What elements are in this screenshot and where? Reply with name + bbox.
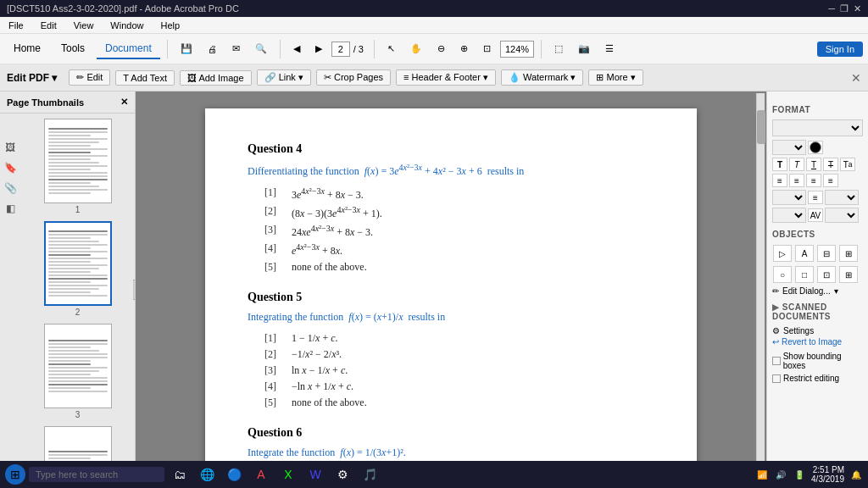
save-btn[interactable]: 💾: [175, 41, 198, 57]
revert-row[interactable]: ↩ Revert to Image: [772, 337, 863, 347]
add-text-btn[interactable]: T Add Text: [115, 70, 175, 86]
obj-arrange-btn[interactable]: ▷: [773, 245, 792, 262]
edit-toolbar-close-btn[interactable]: ✕: [851, 71, 861, 85]
sidebar-thumb-icon[interactable]: 🖼: [2, 139, 19, 156]
menu-window[interactable]: Window: [107, 19, 147, 32]
edit-tool-btn[interactable]: ✏ Edit: [69, 69, 110, 86]
font-family-select[interactable]: [772, 119, 863, 136]
obj-clip-btn[interactable]: ⊡: [817, 266, 836, 283]
bold-btn[interactable]: T: [772, 158, 787, 171]
strikethrough-btn[interactable]: T: [823, 158, 838, 171]
bounding-checkbox[interactable]: [772, 357, 781, 365]
font-size-select[interactable]: [772, 140, 806, 155]
task-chrome-btn[interactable]: 🌐: [195, 463, 219, 486]
link-btn[interactable]: 🔗 Link ▾: [257, 69, 311, 86]
task-excel-btn[interactable]: X: [276, 463, 300, 486]
obj-more-btn[interactable]: ⊞: [839, 245, 858, 262]
obj-text-btn[interactable]: A: [795, 245, 814, 262]
menu-edit[interactable]: Edit: [37, 19, 60, 32]
align-center-btn[interactable]: ≡: [789, 174, 804, 187]
task-media-btn[interactable]: 🎵: [358, 463, 381, 486]
network-icon[interactable]: 📶: [755, 468, 769, 481]
email-btn[interactable]: ✉: [226, 41, 246, 57]
sidebar-layer-icon[interactable]: ◧: [2, 200, 19, 217]
scrollbar-thumb[interactable]: [757, 110, 765, 144]
prev-btn[interactable]: ◀: [287, 41, 306, 57]
add-image-btn[interactable]: 🖼 Add Image: [180, 70, 252, 86]
zoom-in-btn[interactable]: ⊕: [454, 41, 474, 57]
thumb-page-2[interactable]: 2: [24, 221, 131, 317]
restrict-label[interactable]: Restrict editing: [772, 374, 863, 383]
next-btn[interactable]: ▶: [309, 41, 328, 57]
task-word-btn[interactable]: W: [303, 463, 327, 486]
underline-btn[interactable]: T: [806, 158, 821, 171]
menu-view[interactable]: View: [70, 19, 97, 32]
sidebar-close-btn[interactable]: ✕: [120, 97, 128, 108]
obj-extra-btn[interactable]: ⊞: [839, 266, 858, 283]
zoom-out-btn[interactable]: ⊖: [431, 41, 451, 57]
marquee-tool[interactable]: ⬚: [548, 41, 569, 57]
indent-select[interactable]: [772, 190, 806, 205]
list-btn[interactable]: ≡: [808, 191, 823, 204]
align-justify-btn[interactable]: ≡: [823, 174, 838, 187]
menu-file[interactable]: File: [5, 19, 27, 32]
sidebar-attach-icon[interactable]: 📎: [2, 180, 19, 197]
start-btn[interactable]: ⊞: [5, 464, 25, 485]
sidebar-bookmark-icon[interactable]: 🔖: [2, 159, 19, 176]
print-btn[interactable]: 🖨: [202, 42, 223, 57]
align-left-btn[interactable]: ≡: [772, 174, 787, 187]
sign-in-btn[interactable]: Sign In: [817, 42, 863, 57]
task-settings-icon[interactable]: ⚙: [331, 463, 354, 486]
restore-btn[interactable]: ❐: [840, 3, 849, 14]
italic-btn[interactable]: T: [789, 158, 804, 171]
bounding-label[interactable]: Show bounding boxes: [772, 352, 863, 370]
thumb-page-1[interactable]: 1: [24, 119, 131, 214]
spacing-select[interactable]: [825, 190, 859, 205]
tab-tools[interactable]: Tools: [53, 39, 93, 59]
tab-home[interactable]: Home: [5, 39, 49, 59]
page-input[interactable]: [331, 42, 350, 57]
more-btn[interactable]: ⊞ More ▾: [588, 69, 643, 86]
obj-group-btn[interactable]: ⊟: [817, 245, 836, 262]
settings-row[interactable]: ⚙ Settings: [772, 326, 863, 336]
restrict-checkbox[interactable]: [772, 374, 781, 383]
av-select[interactable]: [825, 208, 859, 223]
edit-dialog-row[interactable]: ✏ Edit Dialog... ▾: [772, 286, 863, 296]
av-btn[interactable]: AV: [808, 208, 823, 222]
menu-help[interactable]: Help: [157, 19, 183, 32]
edit-dialog-label[interactable]: Edit Dialog...: [782, 286, 831, 296]
select-tool[interactable]: ↖: [381, 41, 401, 57]
task-acrobat-btn[interactable]: A: [249, 463, 273, 486]
crop-pages-btn[interactable]: ✂ Crop Pages: [316, 69, 391, 86]
close-window-btn[interactable]: ✕: [854, 3, 861, 14]
sidebar-collapse-btn[interactable]: ‹: [133, 280, 136, 300]
tab-document[interactable]: Document: [97, 39, 160, 59]
header-footer-btn[interactable]: ≡ Header & Footer ▾: [396, 69, 496, 86]
touch-tool[interactable]: ☰: [599, 41, 620, 57]
task-edge-btn[interactable]: 🔵: [222, 463, 246, 486]
fit-page-btn[interactable]: ⊡: [477, 41, 497, 57]
scrollbar-track[interactable]: [756, 93, 765, 461]
watermark-btn[interactable]: 💧 Watermark ▾: [501, 69, 584, 86]
search-btn[interactable]: 🔍: [249, 41, 273, 57]
taskbar-search[interactable]: [29, 467, 164, 482]
superscript-btn[interactable]: Ta: [840, 158, 855, 171]
notification-icon[interactable]: 🔔: [849, 468, 863, 481]
battery-icon[interactable]: 🔋: [793, 468, 806, 481]
thumb-page-3[interactable]: 3: [24, 324, 131, 419]
obj-rect-btn[interactable]: □: [795, 266, 814, 283]
pdf-area[interactable]: Question 4 Differentiating the function …: [136, 92, 766, 488]
color-btn[interactable]: [808, 141, 823, 154]
task-explorer-btn[interactable]: 🗂: [168, 463, 192, 486]
align-right-btn[interactable]: ≡: [806, 174, 821, 187]
settings-label[interactable]: Settings: [783, 326, 814, 336]
hand-tool[interactable]: ✋: [404, 41, 428, 57]
revert-label[interactable]: Revert to Image: [782, 337, 842, 347]
obj-oval-btn[interactable]: ○: [773, 266, 792, 283]
clock-display[interactable]: 2:51 PM 4/3/2019: [811, 465, 844, 484]
minimize-btn[interactable]: ─: [828, 3, 835, 14]
snapshot-tool[interactable]: 📷: [572, 41, 596, 57]
zoom-input[interactable]: [500, 41, 534, 58]
volume-icon[interactable]: 🔊: [774, 468, 787, 481]
sub-select[interactable]: [772, 208, 806, 223]
